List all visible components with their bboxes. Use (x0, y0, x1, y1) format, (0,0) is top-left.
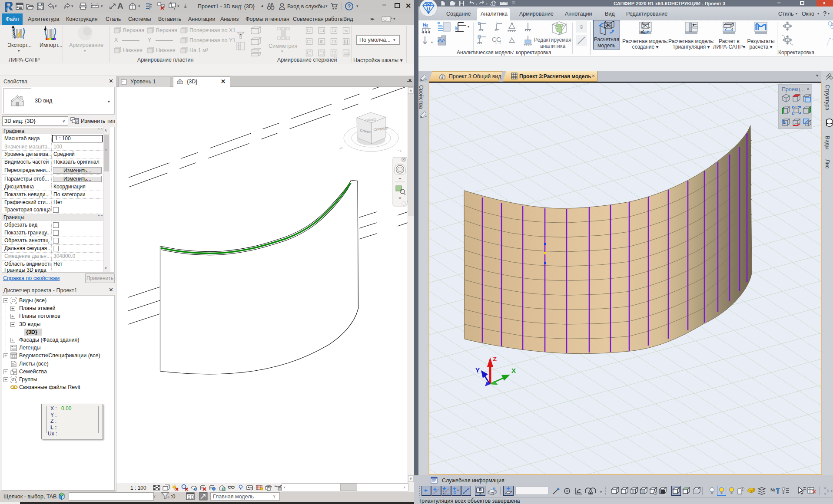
svg-text:№: № (423, 22, 428, 27)
svg-text:2: 2 (499, 40, 501, 44)
svg-text:↶: ↶ (339, 146, 343, 151)
svg-text:%: % (345, 29, 348, 33)
svg-text:▾: ▾ (468, 25, 469, 29)
svg-text:Y: Y (475, 366, 480, 374)
svg-text:2020: 2020 (12, 30, 16, 38)
svg-text:↷: ↷ (398, 149, 402, 154)
svg-text:Z: Z (493, 355, 497, 362)
svg-text:∨: ∨ (475, 3, 477, 5)
svg-text:6: 6 (238, 47, 239, 50)
svg-text:X: X (511, 367, 516, 374)
svg-text:№: № (770, 488, 775, 492)
svg-text:∨: ∨ (486, 3, 488, 5)
svg-text:2: 2 (238, 43, 239, 46)
svg-text:▾: ▾ (431, 40, 433, 44)
svg-text:▾: ▾ (600, 490, 602, 494)
